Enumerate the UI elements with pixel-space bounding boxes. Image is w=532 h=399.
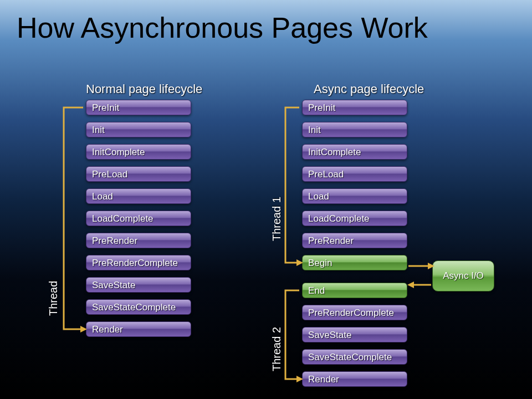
async-t2-stage-savestatecomplete: SaveStateComplete xyxy=(302,349,407,365)
normal-heading: Normal page lifecycle xyxy=(86,82,202,96)
async-t1-stage-initcomplete: InitComplete xyxy=(302,144,407,160)
normal-stage-preload: PreLoad xyxy=(86,166,191,182)
arrows-layer xyxy=(0,0,532,399)
async-t1-stage-prerender: PreRender xyxy=(302,233,407,248)
async-io-box: Async I/O xyxy=(432,260,494,291)
async-heading: Async page lifecycle xyxy=(314,82,424,96)
normal-stage-init: Init xyxy=(86,122,191,137)
normal-stage-render: Render xyxy=(86,321,191,337)
async-t1-stage-init: Init xyxy=(302,122,407,137)
normal-stage-loadcomplete: LoadComplete xyxy=(86,211,191,226)
async-t1-stage-preinit: PreInit xyxy=(302,100,407,115)
slide-title: How Asynchronous Pages Work xyxy=(17,11,428,44)
normal-stage-load: Load xyxy=(86,188,191,204)
normal-stage-initcomplete: InitComplete xyxy=(86,144,191,160)
async-t1-stage-preload: PreLoad xyxy=(302,166,407,182)
normal-stage-savestate: SaveState xyxy=(86,277,191,293)
slide: { "title": "How Asynchronous Pages Work"… xyxy=(0,0,532,399)
async-t2-stage-prerendercomplete: PreRenderComplete xyxy=(302,305,407,320)
async-t2-stage-end: End xyxy=(302,283,407,298)
normal-thread-label: Thread xyxy=(47,281,60,316)
async-thread1-label: Thread 1 xyxy=(270,197,283,241)
svg-marker-4 xyxy=(407,282,414,288)
async-t1-stage-begin: Begin xyxy=(302,255,407,270)
async-thread2-label: Thread 2 xyxy=(270,327,283,371)
async-t1-stage-load: Load xyxy=(302,188,407,204)
async-t2-stage-render: Render xyxy=(302,371,407,387)
normal-stage-prerender: PreRender xyxy=(86,233,191,248)
normal-stage-savestatecomplete: SaveStateComplete xyxy=(86,299,191,315)
normal-stage-prerendercomplete: PreRenderComplete xyxy=(86,255,191,270)
async-t2-stage-savestate: SaveState xyxy=(302,327,407,342)
normal-stage-preinit: PreInit xyxy=(86,100,191,115)
async-t1-stage-loadcomplete: LoadComplete xyxy=(302,211,407,226)
